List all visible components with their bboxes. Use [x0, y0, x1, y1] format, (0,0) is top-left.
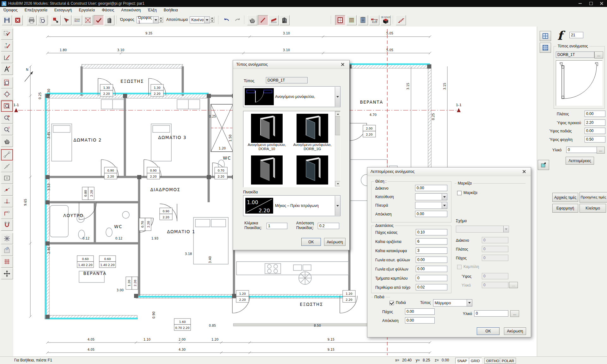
lintel-height-input[interactable] — [585, 119, 605, 126]
floor-spinner[interactable] — [159, 16, 163, 23]
opening-type-dialog-close-button[interactable] — [339, 62, 347, 67]
details-cancel-button[interactable]: Ακύρωση — [504, 327, 526, 335]
railing-tool-button[interactable] — [346, 15, 357, 25]
gap-input[interactable] — [415, 185, 447, 191]
trim-tool[interactable] — [1, 245, 13, 256]
opening-details-dialog-close-button[interactable] — [520, 169, 528, 174]
scrollbar-thumb[interactable] — [335, 116, 340, 135]
menu-faseis[interactable]: Φάσεις — [98, 7, 118, 13]
details-ok-button[interactable]: OK — [477, 327, 500, 335]
pan-button[interactable] — [247, 15, 257, 25]
awning-tool-button[interactable] — [269, 15, 279, 25]
sill-type-select[interactable]: Μάρμαρο — [433, 299, 472, 306]
fanlight-height-input[interactable] — [585, 136, 605, 143]
list-item[interactable] — [246, 155, 288, 185]
frame-thickness-input[interactable] — [416, 229, 447, 235]
close-drawing-button[interactable] — [13, 15, 23, 25]
menu-epexergasia[interactable]: Επεξεργασία — [21, 7, 51, 13]
opening-style-list[interactable]: Ανοιγόμενο μονόφυλλο,DORA_10 Ανοιγόμενο … — [243, 111, 340, 187]
print-preview-button[interactable] — [37, 15, 47, 25]
list-item[interactable]: Ανοιγόμενο μονόφυλλο,DORB_1G — [291, 114, 333, 151]
zoom-window-tool[interactable] — [1, 77, 13, 88]
menu-eisagogi[interactable]: Εισαγωγή — [51, 7, 75, 13]
grid-tool[interactable] — [1, 256, 13, 268]
view-grid-toggle[interactable] — [540, 43, 551, 53]
shape-select[interactable] — [456, 226, 509, 233]
move-tool[interactable] — [1, 268, 13, 279]
direction-dropdown-icon[interactable] — [442, 194, 447, 200]
material-input[interactable] — [566, 147, 597, 153]
material-browse-button[interactable]: ... — [597, 147, 605, 154]
sill-height-input[interactable] — [585, 128, 605, 134]
awning-gap-input[interactable] — [482, 237, 508, 243]
outer-leaf-angle-input[interactable] — [416, 266, 447, 272]
wall-margin-input[interactable] — [416, 284, 447, 290]
list-item[interactable] — [291, 155, 333, 185]
sill-material-input[interactable] — [474, 310, 508, 317]
opening-details-dialog-titlebar[interactable]: Λεπτομέρειες ανοίγματος — [367, 167, 531, 176]
plate-dropdown-icon[interactable] — [335, 196, 340, 215]
curve-segments-input[interactable] — [416, 275, 447, 281]
awning-checkbox[interactable] — [457, 191, 462, 195]
intersection-tool[interactable] — [1, 233, 13, 244]
redo-button[interactable] — [233, 15, 243, 25]
menu-apeikonisi[interactable]: Απεικόνιση — [118, 7, 144, 13]
building-3d-button[interactable] — [279, 15, 290, 25]
muntins-horizontal-input[interactable] — [416, 238, 447, 245]
details-button[interactable]: Λεπτομέρειες — [566, 157, 594, 165]
opening-style-dropdown-icon[interactable] — [335, 87, 340, 106]
plate-select[interactable]: 1.00 2.20 Μήκος – Πρέκι τετράγωνη — [243, 195, 340, 216]
plate-scale-input[interactable] — [267, 223, 287, 229]
sill-type-dropdown-icon[interactable] — [467, 300, 472, 306]
point-tool[interactable] — [1, 184, 13, 196]
awning-material-input[interactable] — [482, 282, 508, 288]
sill-material-browse-button[interactable]: ... — [510, 310, 519, 317]
undo-button[interactable] — [221, 15, 231, 25]
awning-height-input[interactable] — [482, 273, 508, 279]
defaults-button[interactable]: Αρχικές τιμές — [552, 193, 578, 202]
gross-beton-button[interactable]: Gross Beton — [72, 15, 82, 25]
wardrobe-tool-button[interactable] — [358, 15, 368, 25]
awning-width-input[interactable] — [482, 246, 508, 252]
maximize-button[interactable] — [586, 0, 596, 7]
snap-magnet-tool[interactable] — [1, 219, 13, 231]
select-move-tool[interactable] — [1, 28, 13, 40]
zoom-region-tool[interactable] — [1, 100, 13, 112]
panel-close-button[interactable]: Κλείσιμο — [579, 204, 606, 213]
scroll-down-icon[interactable] — [335, 181, 340, 186]
menu-orofos[interactable]: Όροφος — [0, 7, 21, 13]
rectangle-tool[interactable] — [1, 173, 13, 184]
awning-material-browse-button[interactable]: ... — [509, 282, 518, 288]
select-move-button[interactable] — [51, 15, 61, 25]
snap-toggle[interactable]: SNAP — [455, 358, 469, 364]
grid-toggle[interactable]: GRID — [469, 358, 482, 364]
count-input[interactable] — [569, 32, 583, 38]
save-button[interactable] — [2, 15, 12, 25]
previous-values-button[interactable]: Προηγ/νες τιμές — [579, 192, 607, 203]
zoom-extents-tool[interactable] — [1, 89, 13, 100]
menu-ergaleia[interactable]: Εργαλεία — [75, 7, 98, 13]
menu-voitheia[interactable]: Βοήθεια — [160, 7, 181, 13]
direction-select[interactable] — [415, 193, 447, 200]
awning-thickness-input[interactable] — [482, 255, 508, 261]
building-view-button[interactable] — [104, 15, 114, 25]
ok-button[interactable]: OK — [301, 238, 321, 246]
footprint-spinner[interactable] — [210, 16, 214, 23]
width-input[interactable] — [585, 111, 605, 117]
opening-tool-button[interactable] — [335, 15, 345, 25]
curve-checkbox[interactable] — [457, 265, 462, 269]
sill-deviation-input[interactable] — [405, 317, 435, 324]
stairs-tool-button[interactable] — [396, 15, 406, 25]
delete-opening-button[interactable] — [83, 15, 93, 25]
inner-leaf-angle-input[interactable] — [416, 257, 447, 263]
sill-thickness-input[interactable] — [405, 308, 435, 315]
floor-select[interactable]: Όροφος 1 — [137, 16, 159, 23]
edit-dimension-tool[interactable]: T123 — [1, 40, 13, 52]
cancel-button[interactable]: Ακύρωση — [324, 238, 346, 246]
edit-opening-button[interactable] — [94, 15, 104, 25]
pan-tool[interactable] — [1, 136, 13, 147]
side-select[interactable] — [415, 202, 447, 209]
floor-dropdown-icon[interactable] — [153, 17, 158, 23]
scroll-up-icon[interactable] — [335, 111, 340, 117]
opening-type-field[interactable] — [556, 52, 594, 58]
